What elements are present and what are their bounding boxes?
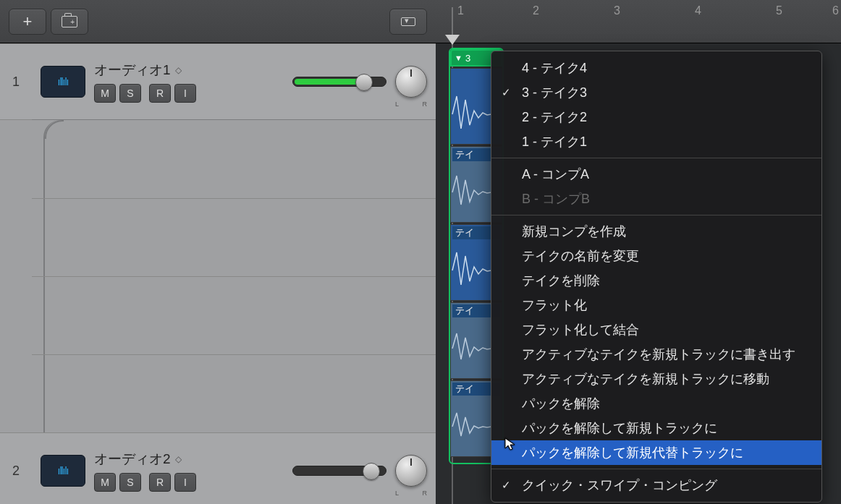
track-type-icon: ıllılı xyxy=(41,66,85,98)
menu-item-take[interactable]: 1 - テイク1 xyxy=(491,129,821,154)
track-button-row: M S R I xyxy=(94,84,284,103)
menu-separator xyxy=(491,215,821,215)
pan-labels: LR xyxy=(395,101,427,108)
toolbar: + xyxy=(0,0,436,43)
add-track-button[interactable]: + xyxy=(9,9,46,35)
menu-item-unpack-alt-tracks[interactable]: パックを解除して新規代替トラックに xyxy=(491,440,821,465)
input-button[interactable]: I xyxy=(174,473,196,492)
mute-button[interactable]: M xyxy=(94,84,116,103)
record-button[interactable]: R xyxy=(149,84,171,103)
mute-button[interactable]: M xyxy=(94,473,116,492)
pan-control: LR xyxy=(395,455,427,487)
menu-item-unpack-new-tracks[interactable]: パックを解除して新規トラックに xyxy=(491,416,821,440)
volume-knob[interactable] xyxy=(355,74,373,91)
audio-wave-icon: ıllılı xyxy=(58,76,69,87)
updown-icon: ◇ xyxy=(175,454,182,464)
pan-knob[interactable] xyxy=(395,455,427,487)
track-type-icon: ıllılı xyxy=(41,455,85,487)
track-controls: オーディオ2◇ M S R I xyxy=(94,450,284,492)
ruler-mark: 6 xyxy=(832,4,839,17)
lane-separator xyxy=(32,198,436,199)
checkmark-icon: ✓ xyxy=(502,86,511,99)
menu-item-new-comp[interactable]: 新規コンプを作成 xyxy=(491,219,821,244)
updown-icon: ◇ xyxy=(175,65,182,75)
ruler[interactable]: 1 2 3 4 5 6 xyxy=(436,0,841,43)
ruler-mark: 5 xyxy=(776,4,782,17)
take-folder-number: 3 xyxy=(465,53,470,64)
menu-item-rename-take[interactable]: テイクの名前を変更 xyxy=(491,244,821,268)
volume-knob[interactable] xyxy=(363,463,380,480)
record-button[interactable]: R xyxy=(149,473,171,492)
disclosure-triangle-icon[interactable]: ▼ xyxy=(455,54,462,62)
menu-item-take[interactable]: ✓3 - テイク3 xyxy=(491,80,821,105)
pan-control: LR xyxy=(395,66,427,98)
menu-item-take[interactable]: 4 - テイク4 xyxy=(491,56,821,80)
menu-separator xyxy=(491,158,821,158)
ruler-mark: 3 xyxy=(614,4,620,17)
track-title[interactable]: オーディオ2◇ xyxy=(94,450,284,469)
menu-item-flatten-merge[interactable]: フラット化して結合 xyxy=(491,317,821,342)
menu-item-take[interactable]: 2 - テイク2 xyxy=(491,105,821,129)
pan-labels: LR xyxy=(395,490,427,497)
ruler-mark: 1 xyxy=(457,4,464,17)
menu-item-move-active[interactable]: アクティブなテイクを新規トラックに移動 xyxy=(491,367,821,391)
input-button[interactable]: I xyxy=(174,84,196,103)
plus-icon: + xyxy=(23,12,33,31)
volume-slider[interactable] xyxy=(292,466,386,476)
chevron-down-icon xyxy=(401,17,415,26)
lane-separator xyxy=(32,276,436,277)
menu-item-comp-disabled: B - コンプB xyxy=(491,187,821,211)
menu-item-delete-take[interactable]: テイクを削除 xyxy=(491,268,821,293)
track-number[interactable]: 1 xyxy=(0,43,32,120)
ruler-mark: 4 xyxy=(695,4,701,17)
volume-fill xyxy=(295,79,360,85)
track-title[interactable]: オーディオ1◇ xyxy=(94,61,284,80)
track-header[interactable]: ıllılı オーディオ2◇ M S R I LR xyxy=(32,432,436,504)
solo-button[interactable]: S xyxy=(119,473,141,492)
menu-separator xyxy=(491,469,821,469)
menu-item-flatten[interactable]: フラット化 xyxy=(491,293,821,317)
menu-item-comp[interactable]: A - コンプA xyxy=(491,162,821,187)
track-header-panel: 1 2 ıllılı オーディオ1◇ M S R I LR ıllılı オ xyxy=(0,43,436,504)
add-folder-button[interactable] xyxy=(51,9,88,35)
menu-item-unpack[interactable]: パックを解除 xyxy=(491,391,821,416)
track-number-column: 1 2 xyxy=(0,43,32,504)
solo-button[interactable]: S xyxy=(119,84,141,103)
playhead[interactable] xyxy=(445,35,460,45)
view-dropdown-button[interactable] xyxy=(389,9,427,35)
track-controls: オーディオ1◇ M S R I xyxy=(94,61,284,103)
volume-slider[interactable] xyxy=(292,77,386,87)
track-number[interactable]: 2 xyxy=(0,432,32,504)
lane-separator xyxy=(32,354,436,355)
take-context-menu[interactable]: 4 - テイク4 ✓3 - テイク3 2 - テイク2 1 - テイク1 A -… xyxy=(491,51,822,503)
checkmark-icon: ✓ xyxy=(502,479,511,492)
pan-knob[interactable] xyxy=(395,66,427,98)
folder-plus-icon xyxy=(62,16,77,27)
menu-item-export-active[interactable]: アクティブなテイクを新規トラックに書き出す xyxy=(491,342,821,367)
ruler-mark: 2 xyxy=(533,4,539,17)
menu-item-quick-swipe[interactable]: ✓クイック・スワイプ・コンピング xyxy=(491,473,821,497)
audio-wave-icon: ıllılı xyxy=(58,465,69,477)
track-header[interactable]: ıllılı オーディオ1◇ M S R I LR xyxy=(32,43,436,120)
track-button-row: M S R I xyxy=(94,473,284,492)
